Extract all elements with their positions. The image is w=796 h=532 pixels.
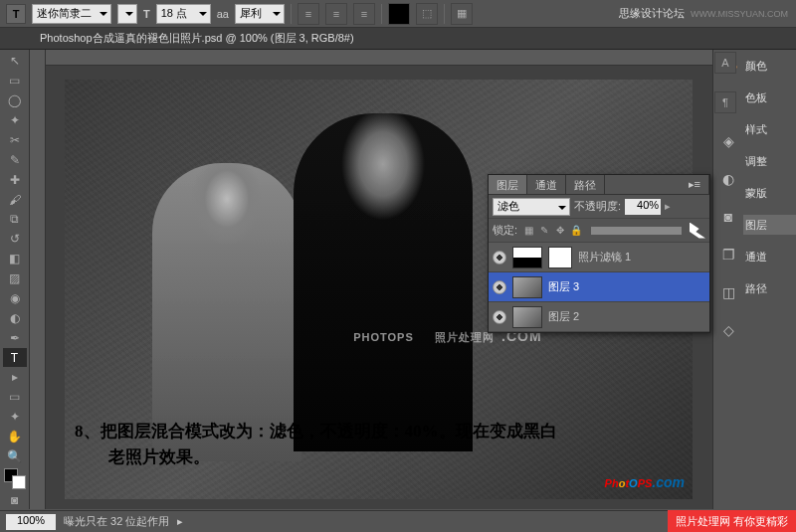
- panel-tab-layers[interactable]: 图层: [743, 215, 796, 235]
- brush-tool-icon[interactable]: 🖌: [3, 190, 27, 209]
- tutorial-caption: 8、把图层混合模式改为：滤色，不透明度：40%。现在变成黑白 老照片效果。: [75, 419, 557, 469]
- layer-name[interactable]: 图层 3: [548, 279, 579, 294]
- paragraph-dock-icon[interactable]: ¶: [714, 91, 736, 113]
- tab-layers[interactable]: 图层: [489, 175, 527, 194]
- layer-name[interactable]: 图层 2: [548, 309, 579, 324]
- lasso-tool-icon[interactable]: ◯: [3, 91, 27, 110]
- lock-position-icon[interactable]: ✥: [553, 224, 567, 238]
- blend-mode-dropdown[interactable]: 滤色: [493, 198, 570, 216]
- visibility-toggle-icon[interactable]: [493, 310, 506, 324]
- crop-tool-icon[interactable]: ✂: [3, 131, 27, 150]
- layer-name[interactable]: 照片滤镜 1: [578, 250, 631, 265]
- channels-panel-icon[interactable]: ◫: [716, 282, 740, 302]
- panel-tab-swatches[interactable]: 色板: [743, 88, 796, 107]
- separator: [381, 4, 382, 24]
- type-tool-icon[interactable]: T: [3, 348, 27, 367]
- marquee-tool-icon[interactable]: ▭: [3, 72, 27, 90]
- layers-panel-icon[interactable]: ❐: [716, 245, 740, 265]
- font-size-dropdown[interactable]: 18 点: [156, 4, 211, 24]
- panel-menu-icon[interactable]: ▸≡: [681, 175, 709, 194]
- wand-tool-icon[interactable]: ✦: [3, 111, 27, 130]
- layer-row[interactable]: 图层 2: [489, 302, 709, 332]
- move-tool-icon[interactable]: ↖: [3, 52, 27, 71]
- right-dock: 🎨 ▦ ◈ ◐ ◙ ❐ ◫ ◇ 颜色 色板 样式 调整 蒙版 图层 通道 路径: [712, 50, 796, 509]
- lock-pixels-icon[interactable]: ✎: [537, 224, 551, 238]
- layers-panel-floating[interactable]: 图层 通道 路径 ▸≡ 滤色 不透明度: 40% ▸ 锁定: ▦ ✎ ✥ 🔒 照…: [488, 174, 710, 333]
- opacity-flyout-icon[interactable]: ▸: [665, 200, 671, 213]
- lock-all-icon[interactable]: 🔒: [569, 224, 583, 238]
- adjustments-panel-icon[interactable]: ◐: [716, 169, 740, 189]
- fill-slider[interactable]: [591, 227, 682, 235]
- tab-paths[interactable]: 路径: [566, 175, 605, 194]
- align-center-icon[interactable]: ≡: [325, 3, 347, 25]
- dodge-tool-icon[interactable]: ◐: [3, 308, 27, 327]
- status-info: 曝光只在 32 位起作用: [64, 514, 169, 529]
- antialias-label: aa: [217, 8, 229, 20]
- layers-list: 照片滤镜 1 图层 3 图层 2: [489, 243, 709, 332]
- lock-buttons: ▦ ✎ ✥ 🔒: [521, 224, 583, 238]
- align-right-icon[interactable]: ≡: [353, 3, 375, 25]
- masks-panel-icon[interactable]: ◙: [716, 207, 740, 227]
- zoom-tool-icon[interactable]: 🔍: [3, 447, 27, 466]
- font-family-dropdown[interactable]: 迷你简隶二: [32, 4, 111, 24]
- quickmask-icon[interactable]: ◙: [3, 490, 27, 509]
- panel-tab-paths[interactable]: 路径: [743, 278, 796, 298]
- color-swatches[interactable]: [4, 468, 26, 489]
- lock-label: 锁定:: [493, 223, 517, 238]
- history-brush-tool-icon[interactable]: ↺: [3, 230, 27, 249]
- pen-tool-icon[interactable]: ✒: [3, 328, 27, 347]
- footer-brand-bar: 照片处理网 有你更精彩: [668, 510, 796, 532]
- ruler-horizontal: [46, 50, 712, 66]
- photo-subject-man: [294, 113, 473, 451]
- eraser-tool-icon[interactable]: ◧: [3, 250, 27, 268]
- separator: [291, 4, 292, 24]
- options-bar: T 迷你简隶二 T 18 点 aa 犀利 ≡ ≡ ≡ ⬚ ▦ 思缘设计论坛WWW…: [0, 0, 796, 28]
- photo-subject-woman: [152, 163, 301, 461]
- gradient-tool-icon[interactable]: ▨: [3, 269, 27, 288]
- hand-tool-icon[interactable]: ✋: [3, 428, 27, 446]
- toolbox: ↖ ▭ ◯ ✦ ✂ ✎ ✚ 🖌 ⧉ ↺ ◧ ▨ ◉ ◐ ✒ T ▸ ▭ ✦ ✋ …: [0, 50, 30, 509]
- font-size-icon: T: [143, 8, 150, 20]
- site-brand: 思缘设计论坛WWW.MISSYUAN.COM: [619, 6, 788, 21]
- 3d-tool-icon[interactable]: ✦: [3, 408, 27, 427]
- character-dock-icon[interactable]: A: [714, 52, 736, 74]
- panel-tab-adjustments[interactable]: 调整: [743, 151, 796, 171]
- warp-text-icon[interactable]: ⬚: [416, 3, 438, 25]
- paths-panel-icon[interactable]: ◇: [716, 320, 740, 340]
- styles-panel-icon[interactable]: ◈: [716, 131, 740, 151]
- blur-tool-icon[interactable]: ◉: [3, 289, 27, 308]
- layer-row[interactable]: 照片滤镜 1: [489, 243, 709, 272]
- antialias-dropdown[interactable]: 犀利: [235, 4, 285, 24]
- path-select-tool-icon[interactable]: ▸: [3, 368, 27, 387]
- document-tab[interactable]: Photoshop合成逼真的褪色旧照片.psd @ 100% (图层 3, RG…: [0, 28, 796, 50]
- visibility-toggle-icon[interactable]: [493, 251, 506, 265]
- shape-tool-icon[interactable]: ▭: [3, 388, 27, 407]
- lock-transparent-icon[interactable]: ▦: [521, 224, 535, 238]
- visibility-toggle-icon[interactable]: [493, 280, 506, 294]
- active-tool-icon[interactable]: T: [6, 4, 26, 24]
- stamp-tool-icon[interactable]: ⧉: [3, 210, 27, 229]
- heal-tool-icon[interactable]: ✚: [3, 170, 27, 189]
- layer-row[interactable]: 图层 3: [489, 272, 709, 302]
- cursor-icon: [690, 223, 705, 239]
- panel-tab-color[interactable]: 颜色: [743, 56, 796, 76]
- text-color-swatch[interactable]: [388, 3, 410, 25]
- opacity-value-input[interactable]: 40%: [625, 199, 661, 215]
- layer-thumb[interactable]: [512, 276, 542, 298]
- layers-panel-tabs: 图层 通道 路径 ▸≡: [489, 175, 709, 195]
- zoom-level-input[interactable]: 100%: [6, 514, 56, 530]
- font-style-dropdown[interactable]: [117, 4, 137, 24]
- eyedropper-tool-icon[interactable]: ✎: [3, 150, 27, 169]
- panel-tab-styles[interactable]: 样式: [743, 119, 796, 139]
- layer-mask-thumb[interactable]: [548, 247, 572, 268]
- layer-thumb[interactable]: [512, 247, 542, 268]
- status-flyout-icon[interactable]: ▸: [177, 515, 183, 528]
- align-left-icon[interactable]: ≡: [298, 3, 319, 25]
- character-panel-icon[interactable]: ▦: [451, 3, 473, 25]
- panel-tab-masks[interactable]: 蒙版: [743, 183, 796, 203]
- separator: [444, 4, 445, 24]
- tab-channels[interactable]: 通道: [527, 175, 566, 194]
- layer-thumb[interactable]: [512, 306, 542, 328]
- panel-tab-channels[interactable]: 通道: [743, 247, 796, 266]
- opacity-label: 不透明度:: [574, 199, 621, 214]
